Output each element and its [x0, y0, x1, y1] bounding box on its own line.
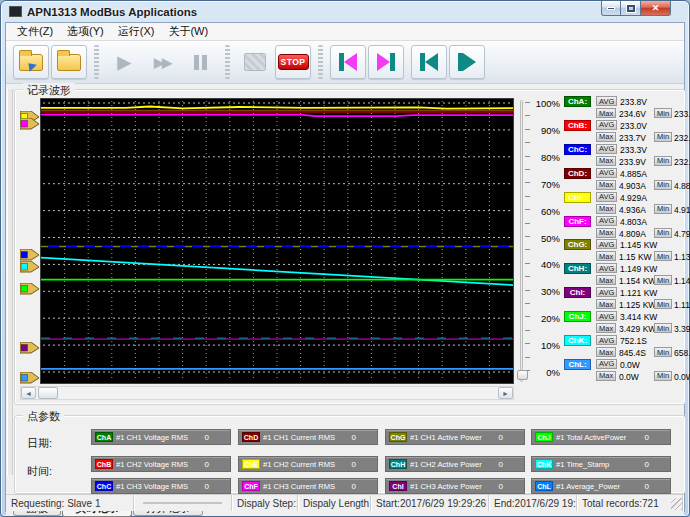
status-field-0: Requesting: Slave 1 [6, 495, 134, 511]
min-value: 232.2V [674, 133, 690, 143]
max-value: 234.6V [619, 109, 646, 119]
prev-marker-button[interactable] [330, 45, 366, 79]
toolbar-gripper [225, 45, 230, 79]
fast-forward-button[interactable]: ▶▶ [144, 45, 180, 79]
status-field-6: Total records:721 [577, 495, 683, 511]
min-chip: Min [654, 204, 672, 214]
channel-badge: ChB: [564, 120, 591, 131]
waveform-group-label: 记录波形 [23, 83, 75, 98]
percent-tick-label: 50% [533, 233, 560, 244]
avg-value: 1.145 KW [620, 240, 657, 250]
play-icon: ▶ [117, 54, 130, 71]
avg-value: 3.414 KW [620, 312, 657, 322]
pause-button[interactable] [182, 45, 218, 79]
minimize-button[interactable] [601, 1, 621, 16]
avg-value: 1.149 KW [620, 264, 657, 274]
avg-chip: AVG [596, 359, 617, 369]
channel-badge: ChI: [564, 287, 591, 298]
max-value: 4.903A [619, 181, 646, 191]
channel-stat-row-che: ChE:AVG4.929AMax4.936AMin4.919A [564, 192, 690, 215]
menu-item-2[interactable]: 运行(X) [111, 22, 162, 41]
channel-marker-chf[interactable] [20, 116, 40, 134]
max-chip: Max [596, 347, 616, 357]
time-label: 时间: [27, 464, 52, 479]
close-button[interactable]: ✕ [640, 1, 671, 16]
avg-chip: AVG [596, 192, 617, 202]
slider-thumb[interactable] [517, 370, 528, 380]
max-chip: Max [596, 108, 616, 118]
step-back-icon [420, 53, 438, 71]
param-value: 0 [205, 433, 209, 442]
max-chip: Max [596, 275, 616, 285]
title-bar[interactable]: APN1313 ModBus Applications ✕ [1, 1, 689, 22]
param-cell-che: ChE#1 CH2 Current RMS0 [238, 456, 378, 472]
slider-groove [520, 100, 523, 382]
menu-item-3[interactable]: 关于(W) [161, 22, 215, 41]
stop-button[interactable]: STOP [275, 45, 311, 79]
client-area: 文件(Z)选项(Y)运行(X)关于(W) ▶ ▶▶ STOP [5, 22, 685, 512]
toolbar: ▶ ▶▶ STOP [6, 41, 684, 84]
app-window: APN1313 ModBus Applications ✕ 文件(Z)选项(Y)… [0, 0, 690, 517]
channel-stat-row-chi: ChI:AVG1.121 KWMax1.125 KWMin1.115 KW [564, 287, 690, 310]
percent-tick-label: 0% [533, 367, 560, 378]
min-value: 0.0W [674, 372, 690, 382]
param-cell-chi: ChI#1 CH3 Active Power0 [385, 478, 525, 494]
max-chip: Max [596, 156, 616, 166]
menu-bar: 文件(Z)选项(Y)运行(X)关于(W) [6, 23, 684, 41]
channel-badge: ChG [389, 432, 407, 442]
window-title: APN1313 ModBus Applications [27, 6, 197, 18]
waveform-plot[interactable] [40, 98, 514, 384]
pause-icon [194, 55, 207, 70]
next-marker-icon [377, 53, 395, 71]
channel-marker-chj[interactable] [20, 281, 40, 299]
min-chip: Min [654, 180, 672, 190]
param-label: #1 Average_Power [556, 482, 645, 491]
step-forward-button[interactable] [449, 45, 485, 79]
record-icon [244, 53, 266, 71]
param-cell-chj: ChJ#1 Total ActivePower0 [531, 429, 671, 445]
min-chip: Min [654, 228, 672, 238]
max-value: 3.429 KW [619, 324, 656, 334]
channel-stat-row-chg: ChG:AVG1.145 KWMax1.15 KWMin1.138 KW [564, 239, 690, 262]
avg-value: 4.885A [620, 169, 647, 179]
status-field-2: Dispaly Step:1 [232, 495, 298, 511]
menu-item-1[interactable]: 选项(Y) [60, 22, 111, 41]
series-che-ch2-current-rms [41, 107, 513, 109]
open-record-button[interactable] [13, 45, 49, 79]
param-value: 0 [499, 460, 503, 469]
scrollbar-thumb[interactable] [38, 387, 58, 399]
play-button[interactable]: ▶ [106, 45, 142, 79]
vertical-slider[interactable] [516, 98, 532, 384]
percent-tick-label: 100% [533, 98, 560, 109]
open-file-button[interactable] [51, 45, 87, 79]
max-chip: Max [596, 323, 616, 333]
param-cell-cha: ChA#1 CH1 Voltage RMS0 [91, 429, 231, 445]
step-forward-icon [458, 53, 476, 71]
menu-item-0[interactable]: 文件(Z) [10, 22, 60, 41]
stop-icon: STOP [278, 54, 309, 70]
waveform-group: 记录波形 ◄ ► 100%90%80%70%60%50%40%30%20%10%… [14, 89, 686, 405]
channel-marker-chk[interactable] [20, 259, 40, 277]
next-marker-button[interactable] [368, 45, 404, 79]
param-cell-chg: ChG#1 CH1 Active Power0 [385, 429, 525, 445]
channel-marker-chi[interactable] [20, 340, 40, 358]
resize-grip[interactable] [671, 498, 683, 510]
max-value: 233.7V [619, 133, 646, 143]
horizontal-scrollbar[interactable]: ◄ ► [20, 386, 514, 400]
maximize-button[interactable] [621, 1, 640, 16]
channel-badge: ChC: [564, 144, 591, 155]
min-chip: Min [654, 323, 672, 333]
scroll-left-arrow-icon[interactable]: ◄ [21, 387, 36, 399]
step-back-button[interactable] [411, 45, 447, 79]
scroll-right-arrow-icon[interactable]: ► [498, 387, 513, 399]
param-label: #1 CH3 Current RMS [263, 482, 352, 491]
avg-value: 752.1S [620, 336, 647, 346]
params-group: 点参数 日期: 时间: ChA#1 CH1 Voltage RMS0ChB#1 … [14, 415, 686, 494]
param-value: 0 [205, 482, 209, 491]
param-label: #1 CH3 Voltage RMS [116, 482, 205, 491]
param-cell-chd: ChD#1 CH1 Current RMS0 [238, 429, 378, 445]
percent-tick-label: 90% [533, 125, 560, 136]
param-value: 0 [352, 482, 356, 491]
max-chip: Max [596, 299, 616, 309]
folder-open-arrow-icon [19, 54, 43, 71]
